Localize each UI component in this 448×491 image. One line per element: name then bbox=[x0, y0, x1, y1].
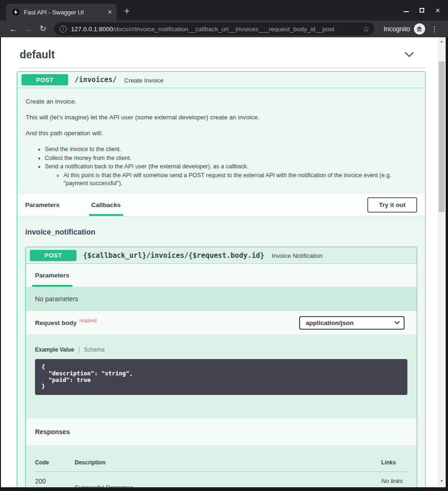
response-links: No links bbox=[381, 477, 407, 487]
browser-window: Fast API - Swagger UI × + × ← → ↻ i 127.… bbox=[0, 0, 448, 491]
operation-tab-bar: Parameters Callbacks Try it out bbox=[17, 194, 425, 216]
column-code: Code bbox=[35, 459, 75, 466]
reload-icon[interactable]: ↻ bbox=[35, 25, 50, 33]
browser-menu-icon[interactable]: ⋮ bbox=[431, 25, 438, 34]
list-item-text: Send a notification back to the API user… bbox=[45, 163, 248, 170]
forward-icon: → bbox=[21, 25, 35, 33]
example-json: { "description": "string", "paid": true … bbox=[42, 364, 401, 390]
try-it-out-button[interactable]: Try it out bbox=[367, 197, 417, 213]
response-description: Successful Response bbox=[75, 477, 381, 487]
sublist-item: At this point is that the API will someh… bbox=[63, 172, 417, 187]
window-maximize-button[interactable] bbox=[417, 6, 427, 15]
swagger-page: default POST /invoices/ Create Invoice C… bbox=[1, 37, 438, 487]
callback-summary[interactable]: POST {$callback_url}/invoices/{$request.… bbox=[26, 247, 417, 264]
endpoint-description: Create an invoice. This will (let's imag… bbox=[17, 88, 425, 193]
no-parameters-row: No parameters bbox=[26, 287, 417, 311]
scroll-up-icon[interactable]: ▲ bbox=[438, 37, 446, 45]
browser-tab[interactable]: Fast API - Swagger UI × bbox=[6, 4, 117, 21]
window-controls: × bbox=[401, 0, 448, 21]
bookmark-star-icon[interactable]: ☆ bbox=[363, 24, 370, 34]
page-content: default POST /invoices/ Create Invoice C… bbox=[1, 37, 446, 487]
api-section-header[interactable]: default bbox=[1, 37, 438, 61]
callback-summary-text: Invoice Notification bbox=[272, 251, 322, 259]
callback-name: invoice_notification bbox=[25, 228, 417, 236]
request-body-label: Request body bbox=[35, 319, 77, 326]
url-bar[interactable]: i 127.0.0.1:8000/docs#//invoice_notifica… bbox=[54, 22, 374, 35]
minimize-icon bbox=[404, 11, 409, 12]
back-icon[interactable]: ← bbox=[6, 25, 21, 33]
fastapi-favicon-icon bbox=[12, 8, 20, 16]
description-paragraph: Create an invoice. bbox=[26, 97, 417, 106]
content-type-select[interactable]: application/json bbox=[299, 316, 405, 330]
tab-callbacks[interactable]: Callbacks bbox=[91, 194, 121, 216]
description-sublist: At this point is that the API will someh… bbox=[45, 172, 417, 187]
no-parameters-text: No parameters bbox=[35, 295, 78, 303]
opblock-invoice-notification: POST {$callback_url}/invoices/{$request.… bbox=[25, 247, 417, 487]
list-item: Send a notification back to the API user… bbox=[45, 163, 417, 187]
list-item: Send the invoice to the client. bbox=[45, 145, 417, 153]
responses-header: Responses bbox=[26, 418, 417, 445]
tab-example-value[interactable]: Example Value bbox=[35, 346, 74, 353]
required-flag: required bbox=[79, 318, 97, 323]
url-text: 127.0.0.1:8000/docs#//invoice_notificati… bbox=[71, 26, 359, 33]
example-section: Example Value Schema { "description": "s… bbox=[26, 334, 417, 418]
responses-table-header: Code Description Links bbox=[35, 459, 407, 472]
example-code-block: { "description": "string", "paid": true … bbox=[35, 359, 407, 395]
window-minimize-button[interactable] bbox=[401, 6, 411, 15]
tab-divider bbox=[79, 346, 79, 353]
list-item: Collect the money from the client. bbox=[45, 154, 417, 162]
method-badge: POST bbox=[30, 250, 77, 261]
tab-title: Fast API - Swagger UI bbox=[24, 9, 104, 16]
titlebar: Fast API - Swagger UI × + × bbox=[0, 0, 448, 21]
response-code: 200 bbox=[35, 477, 75, 487]
tab-close-icon[interactable]: × bbox=[108, 8, 112, 16]
section-divider bbox=[20, 68, 426, 68]
endpoint-summary: Create Invoice bbox=[124, 76, 163, 84]
description-paragraph: And this path operation will: bbox=[26, 129, 417, 138]
scrollbar-thumb[interactable] bbox=[439, 62, 445, 212]
callback-tab-bar: Parameters bbox=[26, 264, 417, 287]
opblock-summary[interactable]: POST /invoices/ Create Invoice bbox=[17, 72, 425, 88]
callbacks-section: invoice_notification POST {$callback_url… bbox=[17, 216, 425, 487]
responses-table: Code Description Links 200 Successful Re… bbox=[26, 445, 417, 487]
description-paragraph: This will (let's imagine) let the API us… bbox=[26, 113, 417, 122]
url-host: 127.0.0.1:8000 bbox=[71, 26, 113, 33]
chevron-down-icon[interactable] bbox=[404, 51, 414, 59]
description-list: Send the invoice to the client. Collect … bbox=[26, 145, 417, 187]
content-type-value: application/json bbox=[306, 319, 354, 326]
section-title: default bbox=[20, 48, 55, 61]
incognito-label: Incognito bbox=[384, 25, 410, 33]
column-links: Links bbox=[381, 459, 407, 466]
table-row: 200 Successful Response No links bbox=[35, 472, 407, 487]
example-tabs: Example Value Schema bbox=[35, 346, 407, 353]
column-description: Description bbox=[75, 459, 381, 466]
new-tab-button[interactable]: + bbox=[124, 7, 130, 16]
select-chevron-icon bbox=[394, 319, 399, 324]
browser-toolbar: ← → ↻ i 127.0.0.1:8000/docs#//invoice_no… bbox=[0, 21, 448, 37]
request-body-row: Request body required application/json bbox=[26, 311, 417, 334]
window-close-button[interactable]: × bbox=[433, 6, 442, 15]
maximize-icon bbox=[420, 8, 424, 13]
method-badge: POST bbox=[21, 74, 68, 85]
opblock-create-invoice: POST /invoices/ Create Invoice Create an… bbox=[17, 71, 426, 487]
tab-schema[interactable]: Schema bbox=[84, 346, 105, 353]
incognito-icon bbox=[414, 23, 425, 35]
responses-title: Responses bbox=[35, 428, 70, 436]
tab-parameters-inner[interactable]: Parameters bbox=[35, 264, 70, 287]
scroll-down-icon[interactable]: ▼ bbox=[438, 477, 446, 484]
tab-parameters[interactable]: Parameters bbox=[25, 194, 60, 216]
endpoint-path: /invoices/ bbox=[75, 76, 117, 84]
site-info-icon[interactable]: i bbox=[60, 26, 67, 33]
callback-path: {$callback_url}/invoices/{$request.body.… bbox=[83, 251, 264, 260]
page-scrollbar[interactable]: ▲ ▼ bbox=[438, 37, 446, 487]
url-path: /docs#//invoice_notification__callback_u… bbox=[113, 26, 334, 33]
